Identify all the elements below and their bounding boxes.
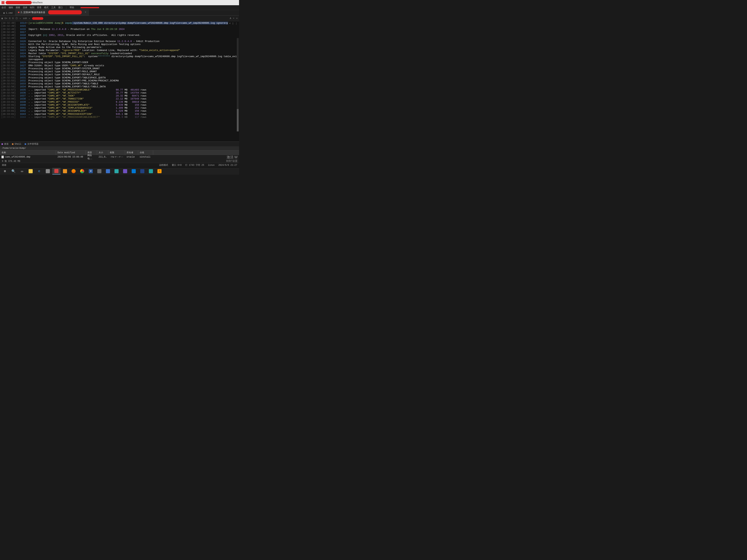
tool-new-icon[interactable]: ⎘▾ [5, 17, 7, 20]
gutter-fold-icon[interactable]: ⊟ [26, 22, 28, 25]
menu-session[interactable]: 会话 [1, 6, 6, 9]
bottom-tabs: 发送 Shell 文件管理器 [0, 141, 239, 146]
dot-icon [1, 143, 3, 145]
activation-line1: 激活 W [226, 155, 237, 159]
gutter-timestamp: [20:32:49] [1, 31, 18, 34]
taskbar-taskview[interactable]: ▭ [18, 168, 26, 175]
line-content: Processing object type SCHEMA_EXPORT/TAB… [28, 85, 238, 88]
terminal-line: [20:32:49]1619 [1, 37, 238, 40]
gutter-fold-icon [26, 104, 28, 107]
term-nav-icon[interactable]: > < [226, 22, 231, 25]
file-path-bar[interactable]: /home/oracle/dump/ [0, 146, 239, 151]
file-row[interactable]: cams_wf20240606.dmp 2024/06/06 15:06:49 … [0, 155, 239, 159]
taskbar-ie[interactable]: e [35, 168, 43, 175]
start-button[interactable]: ⊞ [1, 168, 9, 175]
taskbar-app-blue[interactable] [104, 168, 112, 175]
taskbar-windterm[interactable] [52, 168, 60, 175]
col-group[interactable]: 分组 [138, 151, 153, 155]
taskbar-explorer[interactable] [27, 168, 35, 175]
terminal-line: [20:32:49]1615 [1, 25, 238, 28]
tab-uat-db[interactable]: 2.交投UAT数据库服务器 × [15, 9, 89, 16]
line-content: ion=append [28, 58, 238, 61]
gutter-fold-icon [26, 85, 28, 88]
terminal-line: [20:32:49]1617 [1, 31, 238, 34]
file-status: 9 项 376.48 MB [0, 159, 239, 163]
tab-cmd[interactable]: ▣ 1.cmd [1, 10, 15, 16]
menu-edit[interactable]: 编辑 [8, 6, 13, 9]
terminal-line: [20:32:53]1627 ORA-31684: Object type US… [1, 64, 238, 67]
menu-search[interactable]: 搜索 [16, 6, 20, 9]
taskbar-app-teal2[interactable] [147, 168, 155, 175]
tool-info-icon[interactable]: ⓘ [16, 17, 18, 20]
taskbar-chrome[interactable] [78, 168, 86, 175]
terminal-line: [20:32:53]1631 Processing object type SC… [1, 76, 238, 79]
tool-paste-icon[interactable]: ⎘ [12, 17, 14, 20]
term-more-icon[interactable]: ⋮ [235, 22, 237, 25]
activation-line2: 转到"设置 [226, 159, 237, 163]
line-content: . . imported "CAMS_WF"."WF_DESIGNTEMPLAT… [28, 104, 238, 107]
bottom-tab-shell[interactable]: Shell [12, 143, 21, 145]
gutter-timestamp: [20:32:57] [1, 88, 18, 91]
terminal-line: [20:32:53]1628 Processing object type SC… [1, 67, 238, 70]
taskbar-vscode[interactable] [130, 168, 138, 175]
bottom-tab-send[interactable]: 发送 [1, 142, 8, 145]
tool-zoom-reset[interactable]: = [236, 17, 237, 20]
gutter-timestamp: [20:33:01] [1, 116, 18, 119]
terminal-line: [20:32:58]1636 . . imported "CAMS_WF"."W… [1, 91, 238, 95]
scrollbar-thumb[interactable] [237, 109, 239, 131]
bottom-tab-filemanager[interactable]: 文件管理器 [25, 142, 38, 145]
taskbar-app-darkblue[interactable] [138, 168, 147, 175]
gutter-linenum: 1629 [18, 70, 26, 73]
crumb-ssh[interactable]: ssh [23, 17, 27, 20]
gutter-linenum: 1622 [18, 46, 26, 49]
terminal-line: [20:32:49]1621 With the Partitioning, OL… [1, 43, 238, 46]
taskbar-sublime[interactable]: S [155, 168, 163, 175]
menu-help[interactable]: 帮助 [70, 6, 74, 9]
tab-cmd-label: 1.cmd [6, 12, 12, 15]
menu-mode[interactable]: 模式 [44, 6, 49, 9]
gutter-fold-icon [26, 82, 28, 85]
taskbar-word[interactable]: W [87, 168, 95, 175]
file-owner: oracle [125, 156, 138, 158]
terminal-line: [20:32:56]1634 Processing object type SC… [1, 85, 238, 88]
col-date[interactable]: Date modified [56, 151, 86, 155]
taskbar-app-purple[interactable] [121, 168, 129, 175]
terminal-scrollbar[interactable] [237, 38, 239, 131]
gutter-linenum: 1617 [18, 31, 26, 34]
col-size[interactable]: 大小 [97, 151, 108, 155]
gutter-timestamp: [20:33:00] [1, 98, 18, 101]
line-content: Processing object type SCHEMA_EXPORT/TAB… [28, 76, 238, 79]
taskbar-app-grey[interactable] [95, 168, 103, 175]
terminal-line: [20:33:01]1639 . . imported "CAMS_WF"."W… [1, 101, 238, 104]
file-name: cams_wf20240606.dmp [5, 156, 30, 158]
menu-view[interactable]: 查看 [37, 6, 42, 9]
gutter-fold-icon [26, 40, 28, 43]
line-content: Connected to: Oracle Database 11g Enterp… [28, 40, 238, 43]
tool-font-a[interactable]: A [230, 17, 231, 20]
gutter-fold-icon [26, 116, 28, 119]
gutter-linenum: 1634 [18, 85, 26, 88]
tool-copy-icon[interactable]: ⎘ [9, 17, 10, 20]
taskbar-app-orange[interactable] [61, 168, 69, 175]
terminal[interactable]: > < | ⋮ [20:32:49]1614⊟[oracle@DEV130090… [0, 21, 239, 141]
col-perm[interactable]: 权限 [108, 151, 125, 155]
line-content: Copyright (c) 1982, 2011, Oracle and/or … [28, 34, 238, 37]
col-name[interactable]: 名称 [0, 151, 56, 155]
taskbar-search[interactable]: 🔍 [9, 168, 18, 175]
menu-tools[interactable]: 工具 [51, 6, 56, 9]
terminal-line: [20:33:01]1640 . . imported "CAMS_WF"."W… [1, 104, 238, 107]
tab-close-icon[interactable]: × [85, 11, 86, 14]
tool-lock-icon[interactable]: ▣ [1, 17, 3, 20]
taskbar-firefox[interactable] [70, 168, 78, 175]
menu-select[interactable]: 选择 [23, 6, 27, 9]
menu-window[interactable]: 窗口 [58, 6, 63, 9]
tool-zoom-in[interactable]: + [233, 17, 234, 20]
menu-goto[interactable]: 转到 [30, 6, 34, 9]
terminal-line: [20:32:51]1623 Legacy Mode Parameter: "i… [1, 49, 238, 52]
taskbar-app-teal[interactable] [112, 168, 121, 175]
line-content: . . imported "CAMS_WF"."WF_DESIGNPOLICY"… [28, 110, 238, 112]
gutter-timestamp: [20:32:52] [1, 52, 18, 55]
term-split-icon[interactable]: | [232, 22, 234, 25]
taskbar-printer[interactable] [44, 168, 52, 175]
col-owner[interactable]: 所有者 [125, 151, 138, 155]
